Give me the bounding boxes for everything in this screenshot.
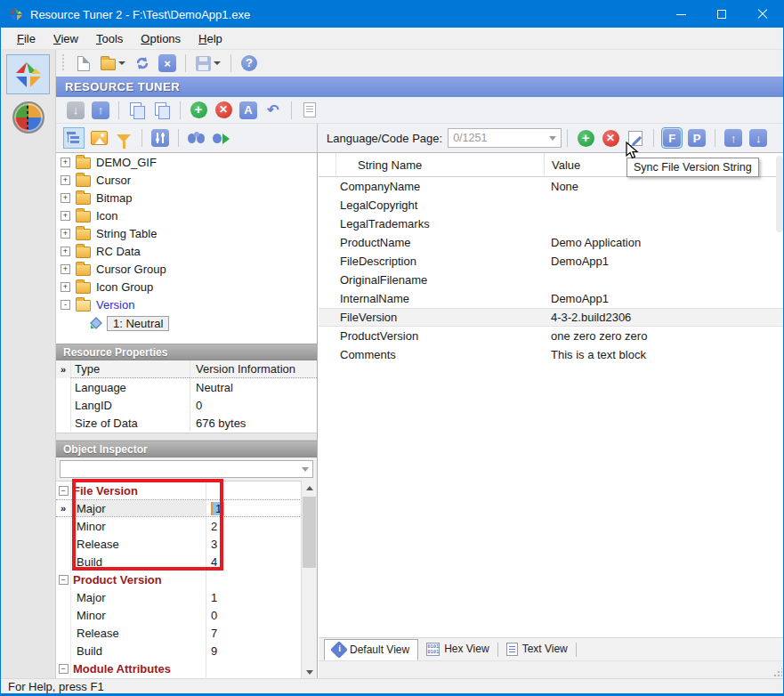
import-resource-button[interactable]: ↑ [90,100,111,121]
resource-tuner-mode-button[interactable] [6,54,50,94]
help-button[interactable]: ? [238,53,260,74]
object-inspector-header: Object Inspector [56,441,317,457]
left-sidebar [1,50,56,679]
preview-pane-button[interactable] [88,127,109,149]
minimize-button[interactable] [660,1,701,28]
add-icon: + [190,101,207,118]
property-row-size[interactable]: Size of Data676 bytes [56,414,317,432]
strings-table-scrollbar[interactable] [776,156,783,232]
row-product-build[interactable]: Build9 [56,642,302,660]
save-button[interactable] [193,53,223,74]
property-row-type[interactable]: »TypeVersion Information [56,360,317,378]
tab-default-view[interactable]: Default View [324,639,418,660]
scroll-up-icon[interactable] [302,481,317,496]
undo-button[interactable]: ↷ [263,100,284,121]
move-up-button[interactable]: ↑ [723,127,744,149]
menu-tools[interactable]: Tools [87,29,132,48]
string-row-companyname[interactable]: CompanyNameNone [319,177,784,196]
string-row-legaltrademarks[interactable]: LegalTrademarks [319,214,784,233]
new-file-button[interactable] [73,53,94,74]
tree-view-toggle-button[interactable] [63,127,85,149]
tree-item-version[interactable]: -Version [56,295,317,313]
add-resource-button[interactable]: + [188,100,209,121]
expand-icon[interactable]: + [61,247,70,256]
export-report-button[interactable] [299,100,320,121]
toolbar-grip[interactable] [61,54,66,72]
tree-item-rc-data[interactable]: +RC Data [56,242,317,260]
tree-item-version-neutral[interactable]: 1: Neutral [56,313,317,333]
extract-resource-button[interactable]: ↓ [65,100,86,121]
expand-icon[interactable]: + [61,175,70,185]
expand-icon[interactable]: + [61,229,70,239]
collapse-icon[interactable]: − [59,575,69,585]
row-product-major[interactable]: Major1 [56,588,302,606]
move-down-button[interactable]: ↓ [748,127,769,149]
row-file-minor[interactable]: Minor2 [56,517,302,535]
value-editor-selected[interactable]: 1 [211,502,224,515]
expand-icon[interactable]: + [61,211,70,221]
row-file-major[interactable]: »Major1 [56,499,302,517]
options-button[interactable] [150,127,171,149]
expand-icon[interactable]: + [61,264,70,274]
scrollbar-thumb[interactable] [303,497,316,568]
row-product-minor[interactable]: Minor0 [56,606,302,624]
category-product-version[interactable]: −Product Version [56,571,302,588]
close-file-button[interactable]: × [157,53,178,74]
tab-text-view[interactable]: Text View [498,638,576,660]
menu-options[interactable]: Options [132,29,190,48]
refresh-button[interactable] [132,53,153,74]
collapse-icon[interactable]: - [61,300,70,310]
resize-grip[interactable] [773,668,782,677]
tree-item-bitmap[interactable]: +Bitmap [56,189,317,206]
rename-resource-button[interactable]: A [238,100,259,121]
tree-item-string-table[interactable]: +String Table [56,224,317,242]
sync-product-version-button[interactable]: P [686,127,707,149]
menu-help[interactable]: Help [190,29,231,48]
menu-file[interactable]: File [8,29,44,48]
find-button[interactable] [186,127,207,149]
color-wheel-tool-button[interactable] [12,101,44,134]
string-row-filedescription[interactable]: FileDescriptionDemoApp1 [319,252,784,271]
menu-view[interactable]: View [44,29,87,48]
collapse-icon[interactable]: − [59,664,69,674]
delete-string-button[interactable]: ✕ [600,127,621,149]
string-row-legalcopyright[interactable]: LegalCopyright [319,196,784,214]
tree-item-demo-gif[interactable]: +DEMO_GIF [56,153,317,171]
tree-item-icon-group[interactable]: +Icon Group [56,278,317,295]
string-row-productname[interactable]: ProductNameDemo Application [319,233,784,252]
language-codepage-combobox[interactable]: 0/1251 [448,128,562,148]
copy-all-resources-button[interactable] [151,100,173,121]
string-row-comments[interactable]: CommentsThis is a text block [319,345,784,364]
category-file-version[interactable]: −File Version [56,482,302,499]
filter-button[interactable] [113,127,134,149]
expand-icon[interactable]: + [61,158,70,167]
collapse-icon[interactable]: − [59,486,69,496]
category-module-attributes[interactable]: −Module Attributes [56,660,302,677]
sync-file-version-button[interactable]: F [661,127,683,149]
string-row-internalname[interactable]: InternalNameDemoApp1 [319,289,784,308]
tree-item-cursor[interactable]: +Cursor [56,171,317,189]
add-string-button[interactable]: + [575,127,596,149]
row-product-release[interactable]: Release7 [56,624,302,642]
string-row-fileversion[interactable]: FileVersion4-3-2.build2306 [319,308,784,327]
tree-item-cursor-group[interactable]: +Cursor Group [56,260,317,278]
find-next-button[interactable] [211,127,232,149]
object-inspector-scrollbar[interactable] [301,481,317,680]
open-file-button[interactable] [98,53,128,74]
row-file-build[interactable]: Build4 [56,553,302,571]
delete-resource-button[interactable]: ✕ [213,100,234,121]
tab-hex-view[interactable]: Hex View [418,638,497,660]
copy-resource-button[interactable] [126,100,148,121]
property-row-langid[interactable]: LangID0 [56,396,317,414]
string-row-originalfilename[interactable]: OriginalFilename [319,271,784,289]
object-inspector-combobox[interactable] [60,460,313,478]
maximize-button[interactable] [701,1,742,28]
column-header-string-name[interactable]: String Name [335,153,544,176]
tree-item-icon[interactable]: +Icon [56,206,317,224]
close-button[interactable] [742,1,783,28]
row-file-release[interactable]: Release3 [56,535,302,553]
property-row-language[interactable]: LanguageNeutral [56,378,317,396]
expand-icon[interactable]: + [61,282,70,292]
expand-icon[interactable]: + [61,193,70,203]
string-row-productversion[interactable]: ProductVersionone zero zero zero [319,327,784,345]
